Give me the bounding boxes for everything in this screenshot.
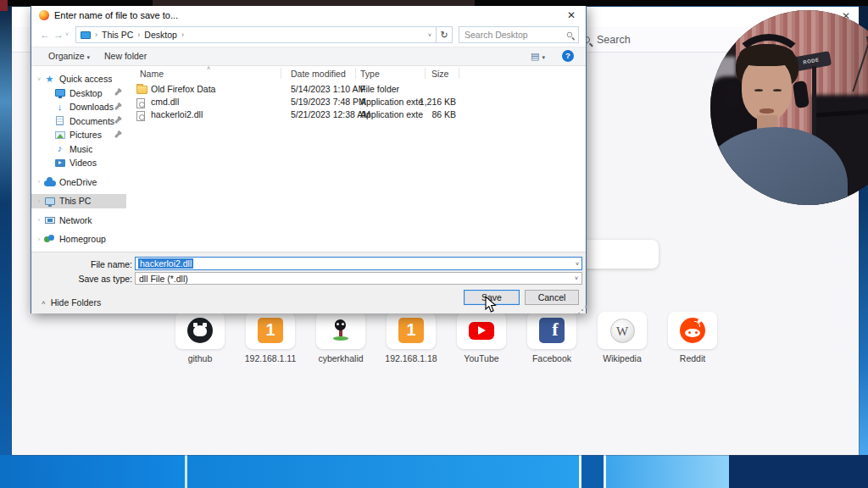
file-name: cmd.dll [151,97,179,107]
resize-grip[interactable] [581,309,583,311]
shortcut-tiles: github1192.168.1.11cyberkhalid1192.168.1… [175,312,738,349]
shortcut-youtube[interactable]: YouTube [457,312,506,349]
sidebar-item-label: Desktop [70,88,103,98]
network-icon [43,217,56,224]
back-icon[interactable]: ← [40,29,50,41]
youtube-icon[interactable] [457,312,506,349]
sidebar-item-label: Quick access [59,74,112,84]
shortcut-label: Facebook [516,353,587,363]
download-icon: ↓ [53,103,66,112]
refresh-button[interactable]: ↻ [437,26,453,43]
save-as-type-select[interactable]: dll File (*.dll) ˅ [135,272,582,285]
file-date-modified: 5/14/2023 1:10 AM [291,84,365,94]
hide-folders-button[interactable]: ˄ Hide Folders [42,297,101,308]
dialog-close-button[interactable]: ✕ [565,9,578,21]
breadcrumb-this-pc[interactable]: This PC [102,30,133,40]
sidebar-item-onedrive[interactable]: ›OneDrive [31,175,126,190]
file-row-hackerloi2-dll[interactable]: hackerloi2.dll5/21/2023 12:38 AMApplicat… [126,108,586,121]
search-placeholder: Search Desktop [465,30,528,40]
sidebar-item-downloads[interactable]: ↓Downloads [31,100,126,114]
address-bar[interactable]: › This PC › Desktop › ˅ [75,26,437,43]
video-icon [53,159,66,167]
new-folder-button[interactable]: New folder [104,51,147,61]
shortcut-github[interactable]: github [175,312,225,349]
shortcut-label: 192.168.1.18 [376,353,447,363]
document-icon [53,116,66,125]
sidebar-item-desktop[interactable]: Desktop [31,86,126,101]
dialog-navbar: ← → ˅ ↑ › This PC › Desktop › ˅ ↻ Search… [31,24,586,47]
file-name-input[interactable]: hackerloi2.dll ˅ [135,257,582,270]
address-dropdown-icon[interactable]: ˅ [428,32,431,38]
wallpaper-logo-panel [187,455,579,488]
wallpaper-panel-gap [581,455,604,488]
facebook-icon[interactable]: f [527,312,576,349]
cloud-icon [43,178,56,186]
sidebar-item-label: Videos [70,158,97,168]
cancel-button[interactable]: Cancel [525,290,579,305]
search-label: Search [597,34,631,46]
file-row-cmd-dll[interactable]: cmd.dll5/19/2023 7:48 PMApplication exte… [126,96,586,108]
music-icon: ♪ [53,144,66,153]
one-icon[interactable]: 1 [246,312,295,349]
breadcrumb-desktop[interactable]: Desktop [144,30,177,40]
sidebar-item-pictures[interactable]: Pictures [31,128,126,142]
shortcut-192-168-1-18[interactable]: 1192.168.1.18 [387,312,436,349]
one-icon[interactable]: 1 [387,312,436,349]
shortcut-facebook[interactable]: fFacebook [527,312,576,349]
help-button[interactable]: ? [562,50,574,62]
shortcut-label: YouTube [446,353,517,363]
expand-chevron-icon[interactable]: › [35,217,43,223]
dialog-footer: File name: hackerloi2.dll ˅ Save as type… [31,252,586,313]
column-size[interactable]: Size [431,69,448,79]
sidebar-item-homegroup[interactable]: ›Homegroup [31,232,126,247]
sidebar-item-label: Network [59,215,92,225]
column-name[interactable]: Name [140,69,164,79]
shortcut-label: Reddit [657,353,728,363]
wikipedia-icon[interactable]: W [598,312,647,349]
shortcut-cyberkhalid[interactable]: cyberkhalid [316,312,365,349]
recent-locations-icon[interactable]: ˅ [65,31,69,37]
sidebar-item-videos[interactable]: Videos [31,156,126,170]
sidebar-item-network[interactable]: ›Network [31,214,126,228]
column-date-modified[interactable]: Date modified [291,69,346,79]
column-type[interactable]: Type [360,69,380,79]
browser-search-bar[interactable]: Search [583,34,631,46]
navigation-pane: ˅★Quick accessDesktop↓DownloadsDocuments… [31,66,126,252]
pc-icon [43,197,56,205]
chevron-down-icon[interactable]: ˅ [575,275,578,281]
search-icon [567,32,572,37]
caret-icon: ▾ [542,54,545,60]
file-date-modified: 5/19/2023 7:48 PM [291,97,366,107]
sidebar-item-this-pc[interactable]: ›This PC [31,194,126,208]
person-eye [773,89,782,92]
sidebar-item-quick-access[interactable]: ˅★Quick access [31,72,126,86]
shortcut-label: cyberkhalid [305,353,376,363]
shortcut-reddit[interactable]: Reddit [668,312,717,349]
sidebar-item-label: Documents [70,116,114,126]
file-name: Old Firefox Data [151,84,215,94]
forward-icon[interactable]: → [53,29,64,41]
expand-chevron-icon[interactable]: ˅ [35,76,43,82]
change-view-button[interactable]: ▤ ▾ [531,51,545,62]
reddit-icon[interactable] [668,312,717,349]
dialog-main: ˅★Quick accessDesktop↓DownloadsDocuments… [31,66,586,252]
top-left-red-fragment [0,0,8,11]
breadcrumb-separator: › [181,30,184,39]
organize-menu[interactable]: Organize ▾ [48,51,90,61]
sidebar-item-music[interactable]: ♪Music [31,142,126,157]
file-row-old-firefox-data[interactable]: Old Firefox Data5/14/2023 1:10 AMFile fo… [126,83,586,96]
chevron-down-icon[interactable]: ˅ [576,261,579,267]
sidebar-item-documents[interactable]: Documents [31,114,126,129]
file-name-value: hackerloi2.dll [138,258,193,269]
file-size: 86 KB [389,109,456,119]
github-icon[interactable] [175,312,225,349]
cyberkhalid-icon[interactable] [316,312,365,349]
shortcut-192-168-1-11[interactable]: 1192.168.1.11 [246,312,295,349]
dialog-titlebar[interactable]: Enter name of file to save to... ✕ [31,6,586,24]
save-as-type-label: Save as type: [64,274,132,284]
expand-chevron-icon[interactable]: › [35,198,43,204]
search-desktop-input[interactable]: Search Desktop [459,26,579,43]
expand-chevron-icon[interactable]: › [35,236,43,242]
shortcut-wikipedia[interactable]: WWikipedia [598,312,647,349]
expand-chevron-icon[interactable]: › [35,179,43,185]
